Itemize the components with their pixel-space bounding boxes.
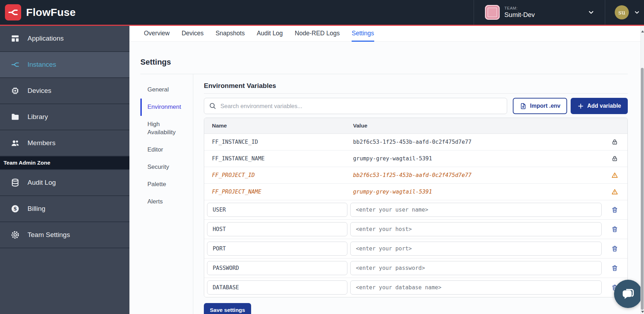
tab-devices[interactable]: Devices (182, 26, 203, 42)
warning-icon (602, 188, 627, 195)
scrollbar-down-arrow[interactable] (641, 311, 644, 313)
sidebar-item-label: Devices (28, 87, 51, 95)
sidebar-item-instances[interactable]: Instances (0, 52, 129, 78)
sidebar-item-label: Billing (28, 205, 45, 213)
sidebar-item-label: Audit Log (28, 179, 56, 186)
tab-settings[interactable]: Settings (352, 26, 374, 42)
environment-toolbar: Import .env Add variable (204, 98, 628, 114)
team-avatar (485, 5, 500, 20)
env-row-ff-project-name: FF_PROJECT_NAMEgrumpy-grey-wagtail-5391 (204, 184, 627, 200)
plus-icon (577, 103, 584, 109)
delete-variable-button[interactable] (602, 265, 627, 272)
instances-icon (11, 60, 20, 69)
svg-text:$: $ (13, 206, 17, 212)
search-box (204, 98, 507, 114)
team-switcher[interactable]: TEAM: Sumit-Dev (474, 0, 605, 25)
env-variables-table: Name Value FF_INSTANCE_IDbb2f6c53-1f25-4… (204, 118, 628, 297)
sidebar-item-audit-log[interactable]: Audit Log (0, 170, 129, 196)
lock-icon (602, 138, 627, 146)
add-variable-label: Add variable (587, 103, 621, 109)
user-avatar: su (615, 5, 629, 19)
env-name-input[interactable] (207, 242, 347, 256)
scrollbar-up-arrow[interactable] (641, 30, 644, 32)
lock-icon (602, 155, 627, 162)
tab-audit-log[interactable]: Audit Log (257, 26, 283, 42)
import-document-icon (520, 102, 527, 110)
flowfuse-logo-icon (5, 4, 21, 20)
sidebar-item-label: Library (28, 113, 48, 121)
environment-heading: Environment Variables (204, 82, 628, 90)
sidebar-nav: ApplicationsInstancesDevicesLibraryMembe… (0, 26, 129, 248)
sidebar-item-applications[interactable]: Applications (0, 26, 129, 52)
env-table-body: FF_INSTANCE_IDbb2f6c53-1f25-453b-aafd-0c… (204, 134, 627, 297)
env-var-value: grumpy-grey-wagtail-5391 (350, 155, 602, 162)
env-value-input[interactable] (350, 222, 602, 236)
env-name-input[interactable] (207, 261, 347, 275)
env-row-user (204, 200, 627, 220)
environment-panel: Environment Variables Import .env (204, 74, 628, 314)
delete-variable-button[interactable] (602, 226, 627, 233)
chevron-down-icon (587, 8, 595, 16)
env-row-host (204, 220, 627, 239)
env-var-name: FF_PROJECT_NAME (204, 189, 350, 195)
settings-subnav-environment[interactable]: Environment (140, 99, 186, 116)
env-value-input[interactable] (350, 261, 602, 275)
env-name-input[interactable] (207, 280, 347, 295)
sidebar-item-label: Instances (28, 61, 56, 69)
add-variable-button[interactable]: Add variable (571, 98, 628, 114)
sidebar-item-billing[interactable]: $Billing (0, 196, 129, 222)
user-menu[interactable]: su (605, 0, 644, 25)
settings-subnav-high-availability[interactable]: High Availability (140, 116, 186, 141)
delete-variable-button[interactable] (602, 245, 627, 252)
sidebar-item-devices[interactable]: Devices (0, 78, 129, 104)
sidebar-item-library[interactable]: Library (0, 104, 129, 130)
settings-page: Settings GeneralEnvironmentHigh Availabi… (129, 42, 640, 314)
import-env-label: Import .env (530, 103, 560, 109)
settings-subnav-alerts[interactable]: Alerts (140, 193, 186, 211)
sidebar-item-members[interactable]: Members (0, 130, 129, 156)
env-row-database (204, 278, 627, 297)
sidebar-item-label: Members (28, 139, 55, 147)
trash-icon (611, 245, 618, 252)
settings-subnav-security[interactable]: Security (140, 159, 186, 176)
settings-subnav-palette[interactable]: Palette (140, 176, 186, 193)
sidebar-item-team-settings[interactable]: Team Settings (0, 222, 129, 248)
team-label: TEAM: (504, 6, 535, 10)
warning-icon (602, 172, 627, 179)
search-icon (209, 102, 217, 110)
chat-widget-button[interactable] (614, 280, 642, 308)
trash-icon (611, 226, 618, 233)
page-title: Settings (140, 58, 628, 67)
environment-divider (204, 93, 628, 94)
vertical-scrollbar (640, 26, 644, 314)
env-name-input[interactable] (207, 203, 347, 217)
tab-node-red-logs[interactable]: Node-RED Logs (295, 26, 340, 42)
settings-subnav: GeneralEnvironmentHigh AvailabilityEdito… (140, 74, 193, 314)
env-value-input[interactable] (350, 280, 602, 295)
settings-subnav-editor[interactable]: Editor (140, 141, 186, 159)
tab-overview[interactable]: Overview (144, 26, 170, 42)
topbar: FlowFuse TEAM: Sumit-Dev su (0, 0, 644, 25)
scrollbar-thumb[interactable] (641, 68, 644, 310)
brand-accent-line (0, 25, 644, 26)
column-header-value: Value (350, 123, 602, 129)
tab-snapshots[interactable]: Snapshots (215, 26, 245, 42)
env-name-input[interactable] (207, 222, 347, 236)
members-icon (11, 138, 20, 148)
env-value-input[interactable] (350, 242, 602, 256)
save-settings-button[interactable]: Save settings (204, 303, 251, 314)
env-var-name: FF_INSTANCE_ID (204, 139, 350, 145)
sidebar-item-label: Team Settings (28, 231, 70, 239)
instance-tabs: OverviewDevicesSnapshotsAudit LogNode-RE… (129, 26, 640, 42)
import-env-button[interactable]: Import .env (513, 98, 567, 114)
column-header-name: Name (204, 123, 350, 129)
env-var-value: grumpy-grey-wagtail-5391 (350, 189, 602, 195)
sidebar-item-label: Applications (28, 35, 63, 42)
env-row-password (204, 259, 627, 278)
search-input[interactable] (204, 98, 507, 114)
flowfuse-brand[interactable]: FlowFuse (5, 0, 76, 25)
settings-subnav-general[interactable]: General (140, 81, 186, 99)
chat-bubbles-icon (620, 286, 636, 302)
env-value-input[interactable] (350, 203, 602, 217)
delete-variable-button[interactable] (602, 206, 627, 213)
